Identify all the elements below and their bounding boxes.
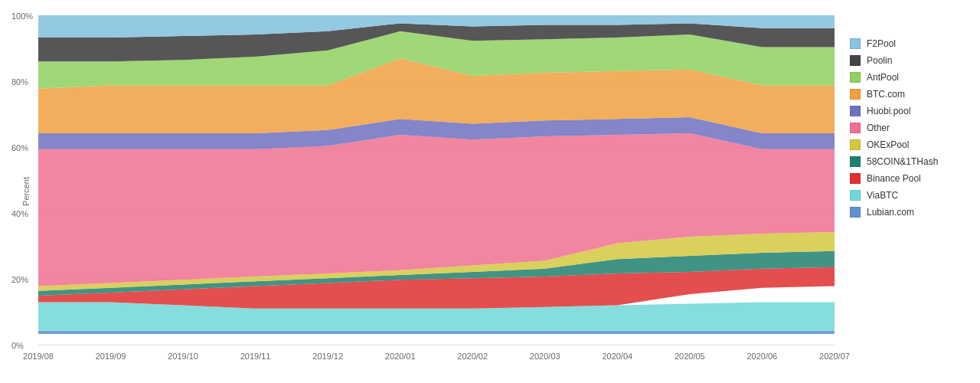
gridline-label-20: 20% bbox=[11, 275, 28, 284]
gridline-label-40: 40% bbox=[11, 209, 28, 218]
legend-label-poolin: Poolin bbox=[867, 55, 892, 66]
legend-label-viabtc: ViaBTC bbox=[867, 190, 898, 201]
gridline-label-80: 80% bbox=[11, 77, 28, 87]
x-label-10: 2020/06 bbox=[746, 352, 777, 361]
legend-swatch-huobi bbox=[850, 106, 861, 116]
x-label-6: 2020/02 bbox=[457, 352, 488, 361]
x-label-5: 2020/01 bbox=[385, 352, 416, 361]
legend-label-antpool: AntPool bbox=[867, 72, 899, 83]
legend-item-antpool: AntPool bbox=[850, 72, 965, 83]
legend-swatch-antpool bbox=[850, 72, 861, 83]
legend-swatch-okex bbox=[850, 139, 861, 150]
y-axis-label: Percent bbox=[21, 177, 31, 206]
gridline-label-60: 60% bbox=[11, 143, 28, 152]
legend-item-poolin: Poolin bbox=[850, 55, 965, 66]
gridline-label-100: 100% bbox=[11, 11, 33, 21]
legend-label-other: Other bbox=[867, 123, 890, 133]
legend-item-btccom: BTC.com bbox=[850, 89, 965, 100]
x-label-8: 2020/04 bbox=[602, 352, 632, 361]
legend-label-58coin: 58COIN&1THash bbox=[867, 156, 938, 167]
legend-item-binance: Binance Pool bbox=[850, 173, 965, 184]
legend: F2Pool Poolin AntPool BTC.com Huobi.pool… bbox=[842, 15, 965, 368]
legend-swatch-btccom bbox=[850, 89, 861, 100]
legend-item-lubian: Lubian.com bbox=[850, 207, 965, 218]
legend-item-other: Other bbox=[850, 123, 965, 133]
chart-area: Percent 100% 80% 60% 40% 20% bbox=[38, 15, 835, 368]
legend-swatch-viabtc bbox=[850, 190, 861, 201]
x-label-0: 2019/08 bbox=[23, 352, 54, 361]
x-label-4: 2019/12 bbox=[312, 352, 343, 361]
x-label-3: 2019/11 bbox=[240, 352, 271, 361]
area-lubian bbox=[38, 331, 835, 334]
legend-swatch-f2pool bbox=[850, 38, 861, 49]
stacked-area-chart bbox=[38, 15, 835, 334]
x-label-9: 2020/05 bbox=[675, 352, 705, 361]
legend-swatch-58coin bbox=[850, 156, 861, 167]
legend-item-okex: OKExPool bbox=[850, 139, 965, 150]
chart-container: Percent 100% 80% 60% 40% 20% bbox=[0, 0, 980, 383]
legend-label-lubian: Lubian.com bbox=[867, 207, 914, 218]
legend-label-huobi: Huobi.pool bbox=[867, 106, 910, 116]
legend-label-binance: Binance Pool bbox=[867, 173, 921, 184]
legend-label-f2pool: F2Pool bbox=[867, 38, 896, 49]
x-label-11: 2020/07 bbox=[819, 352, 850, 361]
legend-item-viabtc: ViaBTC bbox=[850, 190, 965, 201]
legend-swatch-poolin bbox=[850, 55, 861, 66]
legend-item-58coin: 58COIN&1THash bbox=[850, 156, 965, 167]
legend-item-huobi: Huobi.pool bbox=[850, 106, 965, 116]
legend-swatch-lubian bbox=[850, 207, 861, 218]
legend-item-f2pool: F2Pool bbox=[850, 38, 965, 49]
gridline-label-0: 0% bbox=[11, 341, 24, 350]
x-label-2: 2019/10 bbox=[168, 352, 198, 361]
legend-swatch-binance bbox=[850, 173, 861, 184]
legend-label-btccom: BTC.com bbox=[867, 89, 905, 100]
x-axis: 2019/08 2019/09 2019/10 2019/11 2019/12 … bbox=[38, 345, 835, 368]
x-label-1: 2019/09 bbox=[96, 352, 126, 361]
legend-label-okex: OKExPool bbox=[867, 139, 909, 150]
legend-swatch-other bbox=[850, 123, 861, 133]
x-label-7: 2020/03 bbox=[530, 352, 560, 361]
